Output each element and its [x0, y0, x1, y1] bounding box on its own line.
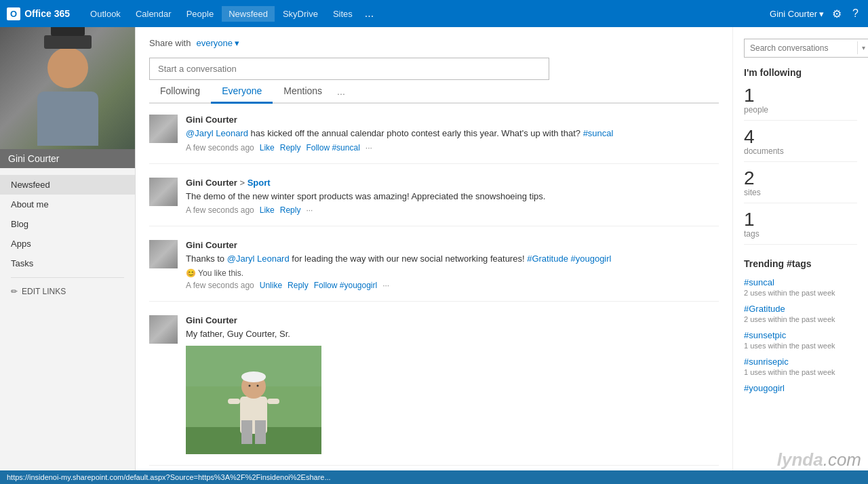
post-3: Gini Courter Thanks to @Jaryl Leonard fo…: [149, 240, 719, 302]
tab-mentions[interactable]: Mentions: [273, 80, 333, 104]
nav-sites[interactable]: Sites: [326, 6, 359, 22]
stat-docs-number: 4: [744, 127, 857, 146]
nav-skydrive[interactable]: SkyDrive: [276, 6, 325, 22]
post-1-like[interactable]: Like: [260, 143, 275, 153]
post-3-reply[interactable]: Reply: [288, 281, 309, 290]
svg-rect-11: [267, 399, 279, 404]
tab-following[interactable]: Following: [149, 80, 211, 104]
post-3-unlike[interactable]: Unlike: [260, 281, 282, 290]
nav-outlook[interactable]: Outlook: [83, 6, 127, 22]
post-1-more[interactable]: ···: [366, 143, 372, 153]
nav-newsfeed[interactable]: Newsfeed: [222, 6, 275, 22]
post-2-dest[interactable]: Sport: [248, 178, 271, 188]
trending-title: Trending #tags: [744, 258, 857, 269]
tab-everyone[interactable]: Everyone: [211, 80, 273, 104]
sidebar-nav: Newsfeed About me Blog Apps Tasks ✏ EDIT…: [0, 168, 135, 308]
post-4-author: Gini Courter: [186, 315, 719, 325]
tabs-bar: Following Everyone Mentions ...: [149, 80, 719, 104]
post-4: Gini Courter My father, Guy Courter, Sr.: [149, 315, 719, 466]
post-3-avatar[interactable]: [149, 240, 178, 268]
sidebar-item-newsfeed-label: Newsfeed: [11, 180, 50, 190]
trending-tag-suncal[interactable]: #suncal: [744, 277, 857, 287]
post-4-image: [186, 346, 321, 454]
post-3-hashtag-2[interactable]: #yougogirl: [570, 254, 611, 264]
post-2-more[interactable]: ···: [306, 205, 313, 215]
trending-tag-sunrisepic[interactable]: #sunrisepic: [744, 357, 857, 367]
post-3-avatar-image: [149, 240, 178, 268]
sidebar-divider: [11, 277, 124, 278]
nav-right: Gini Courter ▾ ⚙ ?: [770, 5, 861, 23]
post-2-body: Gini Courter > Sport The demo of the new…: [186, 178, 719, 216]
office365-logo[interactable]: O Office 365: [7, 7, 70, 20]
nav-links: Outlook Calendar People Newsfeed SkyDriv…: [83, 5, 770, 22]
post-2: Gini Courter > Sport The demo of the new…: [149, 178, 719, 227]
nav-user-menu[interactable]: Gini Courter ▾: [770, 9, 824, 19]
edit-links-label: EDIT LINKS: [22, 287, 66, 296]
post-1-author: Gini Courter: [186, 115, 719, 125]
nav-calendar[interactable]: Calendar: [129, 6, 178, 22]
sidebar-item-tasks[interactable]: Tasks: [0, 254, 135, 273]
post-1-mention[interactable]: @Jaryl Leonard: [186, 128, 248, 138]
share-everyone-label: everyone: [196, 38, 232, 48]
post-1-reply[interactable]: Reply: [280, 143, 301, 153]
svg-rect-4: [241, 420, 252, 444]
post-3-follow-hashtag[interactable]: Follow #yougogirl: [314, 281, 377, 290]
post-3-hashtag-1[interactable]: #Gratitude: [527, 254, 568, 264]
help-icon[interactable]: ?: [850, 5, 861, 22]
office-icon: O: [7, 7, 20, 20]
post-1-text-1: has kicked off the annual calendar photo…: [251, 128, 583, 138]
stat-tags-number: 1: [744, 210, 857, 229]
post-1-avatar-image: [149, 115, 178, 143]
post-1-meta: A few seconds ago Like Reply Follow #sun…: [186, 143, 719, 153]
post-3-meta: A few seconds ago Unlike Reply Follow #y…: [186, 281, 719, 290]
post-2-timestamp: A few seconds ago: [186, 205, 254, 215]
settings-icon[interactable]: ⚙: [829, 5, 844, 23]
sidebar-item-apps[interactable]: Apps: [0, 234, 135, 254]
stat-sites-label: sites: [744, 188, 857, 203]
post-1-body: Gini Courter @Jaryl Leonard has kicked o…: [186, 115, 719, 153]
post-4-avatar[interactable]: [149, 315, 178, 344]
edit-links-button[interactable]: ✏ EDIT LINKS: [0, 282, 135, 301]
post-2-avatar[interactable]: [149, 178, 178, 206]
trending-uses-sunsetpic: 1 uses within the past week: [744, 342, 857, 350]
tabs-more-button[interactable]: ...: [333, 81, 349, 102]
post-1-follow-hashtag[interactable]: Follow #suncal: [306, 143, 359, 153]
sidebar-item-blog[interactable]: Blog: [0, 214, 135, 234]
post-3-mention[interactable]: @Jaryl Leonard: [227, 254, 290, 264]
conversation-input[interactable]: [149, 58, 549, 80]
post-3-timestamp: A few seconds ago: [186, 281, 254, 290]
post-3-more[interactable]: ···: [382, 281, 389, 290]
post-4-text: My father, Guy Courter, Sr.: [186, 327, 719, 341]
post-1-hashtag[interactable]: #suncal: [583, 128, 614, 138]
sidebar-item-newsfeed[interactable]: Newsfeed: [0, 175, 135, 195]
share-bar: Share with everyone ▾: [149, 38, 719, 48]
pencil-icon: ✏: [11, 287, 18, 296]
svg-rect-10: [228, 399, 240, 404]
share-everyone-button[interactable]: everyone ▾: [196, 38, 239, 48]
trending-uses-gratitude: 2 uses within the past week: [744, 315, 857, 323]
sidebar-item-about[interactable]: About me: [0, 195, 135, 214]
nav-people[interactable]: People: [180, 6, 220, 22]
post-4-text-1: My father, Guy Courter, Sr.: [186, 329, 290, 339]
post-1-timestamp: A few seconds ago: [186, 143, 254, 153]
main-content: Share with everyone ▾ Following Everyone…: [136, 27, 732, 484]
post-2-like[interactable]: Like: [260, 205, 275, 215]
trending-tag-sunsetpic[interactable]: #sunsetpic: [744, 330, 857, 340]
trending-tag-yougogirl[interactable]: #yougogirl: [744, 383, 857, 393]
avatar-image: [0, 27, 136, 149]
sidebar-item-blog-label: Blog: [11, 219, 28, 229]
post-3-author: Gini Courter: [186, 240, 719, 250]
nav-more-button[interactable]: ...: [361, 5, 378, 22]
post-1-avatar[interactable]: [149, 115, 178, 143]
post-2-avatar-image: [149, 178, 178, 206]
search-dropdown-icon[interactable]: ▾: [857, 41, 868, 54]
post-2-meta: A few seconds ago Like Reply ···: [186, 205, 719, 215]
post-2-reply[interactable]: Reply: [280, 205, 301, 215]
user-name: Gini Courter: [770, 9, 817, 19]
share-with-label: Share with: [149, 38, 191, 48]
search-input[interactable]: [745, 39, 857, 57]
post-3-text-2: for leading the way with our new social …: [292, 254, 527, 264]
stat-docs-label: documents: [744, 146, 857, 162]
status-bar: https://insidenoi-my.sharepoint.com/defa…: [0, 470, 868, 484]
trending-tag-gratitude[interactable]: #Gratitude: [744, 304, 857, 314]
